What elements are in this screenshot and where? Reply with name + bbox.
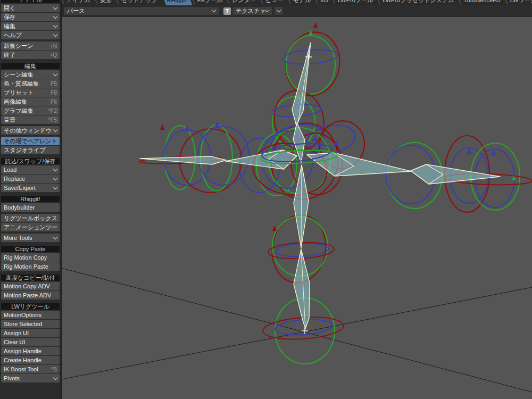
chevron-down-icon xyxy=(53,14,57,18)
chevron-down-icon xyxy=(53,375,57,379)
sidebar-item-save[interactable]: 保存 xyxy=(1,13,60,21)
tab-lw-workspace[interactable]: LWワークスペース xyxy=(505,0,532,5)
sidebar-item-bodybuilder[interactable]: Bodybuilder xyxy=(1,203,60,212)
axis-arrow-icon xyxy=(313,22,318,28)
section-header-copy-paste: Copy Paste xyxy=(1,246,60,252)
axis-arrow-icon xyxy=(491,149,496,155)
bone-right-arm-outer[interactable] xyxy=(411,164,500,184)
tab-modify[interactable]: 変形 xyxy=(95,0,117,5)
chevron-down-icon xyxy=(53,185,57,189)
tab-rhiggit[interactable]: RHiggit! xyxy=(162,0,193,5)
sidebar-item-pivots[interactable]: Pivots xyxy=(1,374,60,383)
sidebar-item-load[interactable]: Load xyxy=(1,165,60,174)
sidebar-item-quit[interactable]: 終了+Q xyxy=(1,51,60,59)
chevron-down-icon xyxy=(53,167,57,171)
sidebar-item-open[interactable]: 開く xyxy=(1,4,60,12)
sidebar-item-edit-menu[interactable]: 編集 xyxy=(1,22,60,30)
viewport-layout-dropdown[interactable] xyxy=(274,6,284,15)
chevron-down-icon xyxy=(53,127,57,131)
sidebar-item-save-export[interactable]: Save/Export xyxy=(1,184,60,192)
axis-arrow-icon xyxy=(272,226,277,231)
sidebar-item-studio-live[interactable]: スタジオライブ xyxy=(1,146,60,154)
sidebar-item-graph-editor[interactable]: グラフ編集^F2 xyxy=(1,106,60,115)
section-header-edit: 編集 xyxy=(1,63,60,69)
sidebar-item-help[interactable]: ヘルプ xyxy=(1,31,60,39)
section-header-load-swap-save: 読込/スワップ/保存 xyxy=(1,158,60,164)
sidebar-item-motion-options[interactable]: MotionOptions xyxy=(1,311,60,319)
tab-lwpro-preset-system[interactable]: LWProプリセットシステム xyxy=(378,0,459,5)
chevron-down-icon xyxy=(53,176,57,180)
section-header-advanced-copy-paste: 高度なコピー/貼付 xyxy=(1,275,60,281)
texture-shaded-icon[interactable]: T xyxy=(223,7,231,15)
tab-items[interactable]: アイテム xyxy=(62,0,95,5)
tab-lwpro-tools[interactable]: LWProツール xyxy=(333,0,378,5)
chevron-down-icon xyxy=(265,8,269,12)
sidebar-item-image-editor[interactable]: 画像編集F6 xyxy=(1,97,60,106)
bone-head-spike[interactable] xyxy=(292,43,311,126)
shading-mode-dropdown[interactable]: テクスチャソリッド xyxy=(232,6,272,15)
axis-arrow-icon xyxy=(160,124,164,130)
chevron-down-icon xyxy=(277,8,281,12)
tab-model[interactable]: モデル xyxy=(288,0,316,5)
axis-arrow-icon xyxy=(467,148,472,154)
sidebar-item-animation-toolbox[interactable]: アニメーションツールボ… xyxy=(1,223,60,231)
sidebar-item-rig-motion-copy[interactable]: Rig Motion Copy xyxy=(1,253,60,262)
sidebar-item-replace[interactable]: Replace xyxy=(1,174,60,183)
tool-sidebar: ファイル 開く 保存 編集 ヘルプ 新規シーン+N 終了+Q 編集 シーン編集 … xyxy=(0,0,62,399)
axis-arrow-icon xyxy=(312,136,318,141)
sidebar-item-assign-handle[interactable]: Assign Handle xyxy=(1,347,60,355)
chevron-down-icon xyxy=(212,8,216,12)
tab-io[interactable]: I/O xyxy=(315,0,333,5)
view-mode-dropdown[interactable]: パース xyxy=(63,6,219,15)
viewport-toolbar: パース T テクスチャソリッド xyxy=(62,5,532,17)
sidebar-item-surface-editor[interactable]: 色・質感編集F5 xyxy=(1,79,60,88)
chevron-down-icon xyxy=(53,32,57,36)
rotation-gizmo-top[interactable] xyxy=(280,22,346,101)
tab-fx-tools[interactable]: FXツール xyxy=(193,0,228,5)
tab-view[interactable]: ビュー xyxy=(261,0,288,5)
chevron-down-icon xyxy=(53,23,57,27)
tab-render[interactable]: レンダー xyxy=(227,0,261,5)
lightwave-layout-window: アイテム 変形 セットアップ RHiggit! FXツール レンダー ビュー モ… xyxy=(0,0,532,399)
sidebar-item-other-windows[interactable]: その他ウィンドウ xyxy=(1,126,60,135)
sidebar-item-parent-in-place[interactable]: その場でペアレント xyxy=(1,137,60,145)
tab-setup[interactable]: セットアップ xyxy=(117,0,162,5)
view-mode-label: パース xyxy=(67,7,85,15)
chevron-down-icon xyxy=(53,71,57,76)
sidebar-item-clear-ui[interactable]: Clear UI xyxy=(1,338,60,346)
section-header-file: ファイル xyxy=(1,0,60,3)
sidebar-item-presets[interactable]: プリセットF8 xyxy=(1,88,60,97)
tab-turbulencefd[interactable]: TurbulenceFD xyxy=(459,0,505,5)
axis-arrow-icon xyxy=(214,121,220,127)
shading-mode-label: テクスチャソリッド xyxy=(236,7,265,15)
sidebar-item-motion-paste-adv[interactable]: Motion Paste ADV xyxy=(1,291,60,300)
section-header-lw-rig-tools: LWリグツール xyxy=(1,303,60,310)
sidebar-item-assign-ui[interactable]: Assign UI xyxy=(1,329,60,337)
sidebar-item-scene-edit[interactable]: シーン編集 xyxy=(1,70,60,79)
sidebar-item-ik-boost-tool[interactable]: IK Boost Tool^B xyxy=(1,365,60,373)
sidebar-item-more-tools[interactable]: More Tools xyxy=(1,234,60,242)
sidebar-item-backdrop[interactable]: 背景^F5 xyxy=(1,115,60,124)
axis-arrow-icon xyxy=(185,126,190,131)
sidebar-item-rig-toolbox[interactable]: リグツールボックス xyxy=(1,214,60,222)
sidebar-item-store-selected[interactable]: Store Selected xyxy=(1,320,60,328)
sidebar-item-motion-copy-adv[interactable]: Motion Copy ADV xyxy=(1,282,60,290)
sidebar-item-create-handle[interactable]: Create Handle xyxy=(1,356,60,364)
chevron-down-icon xyxy=(53,235,57,239)
sidebar-item-new-scene[interactable]: 新規シーン+N xyxy=(1,41,60,50)
sidebar-item-rig-motion-paste[interactable]: Rig Motion Paste xyxy=(1,262,60,271)
chevron-down-icon xyxy=(53,5,57,9)
section-header-rhiggit: Rhiggit! xyxy=(1,196,60,202)
menu-tab-bar: アイテム 変形 セットアップ RHiggit! FXツール レンダー ビュー モ… xyxy=(62,0,532,5)
perspective-viewport[interactable] xyxy=(62,17,532,399)
